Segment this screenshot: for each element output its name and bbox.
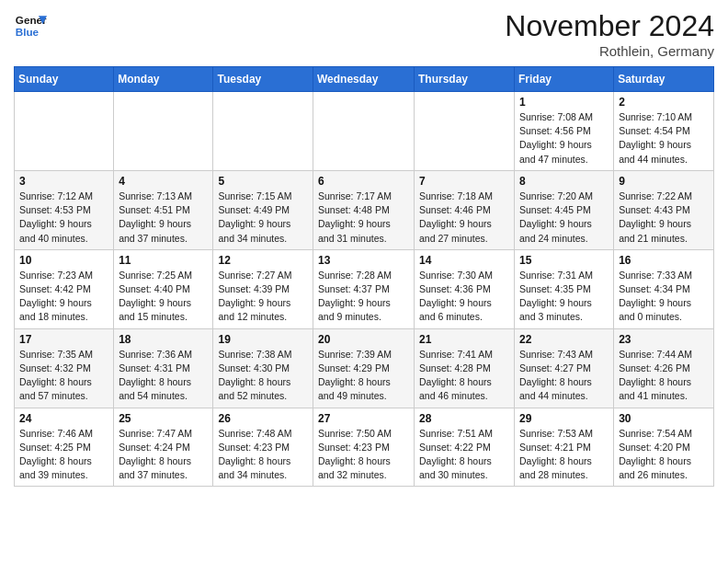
calendar-cell: 24Sunrise: 7:46 AM Sunset: 4:25 PM Dayli… bbox=[15, 408, 114, 487]
calendar-cell: 26Sunrise: 7:48 AM Sunset: 4:23 PM Dayli… bbox=[213, 408, 313, 487]
calendar-cell: 12Sunrise: 7:27 AM Sunset: 4:39 PM Dayli… bbox=[213, 249, 313, 328]
calendar-cell: 16Sunrise: 7:33 AM Sunset: 4:34 PM Dayli… bbox=[614, 249, 714, 328]
day-number: 13 bbox=[318, 254, 409, 267]
weekday-header-saturday: Saturday bbox=[614, 67, 714, 92]
day-info: Sunrise: 7:39 AM Sunset: 4:29 PM Dayligh… bbox=[318, 348, 409, 404]
day-number: 30 bbox=[619, 412, 709, 425]
day-number: 27 bbox=[318, 412, 409, 425]
day-info: Sunrise: 7:46 AM Sunset: 4:25 PM Dayligh… bbox=[19, 427, 108, 483]
day-info: Sunrise: 7:43 AM Sunset: 4:27 PM Dayligh… bbox=[519, 348, 609, 404]
day-number: 10 bbox=[19, 254, 108, 267]
day-info: Sunrise: 7:08 AM Sunset: 4:56 PM Dayligh… bbox=[519, 110, 609, 167]
location: Rothlein, Germany bbox=[505, 43, 714, 59]
day-info: Sunrise: 7:12 AM Sunset: 4:53 PM Dayligh… bbox=[19, 190, 108, 246]
day-number: 11 bbox=[119, 254, 208, 267]
calendar-week-2: 3Sunrise: 7:12 AM Sunset: 4:53 PM Daylig… bbox=[15, 170, 714, 249]
calendar-cell: 5Sunrise: 7:15 AM Sunset: 4:49 PM Daylig… bbox=[213, 170, 313, 249]
calendar-cell: 4Sunrise: 7:13 AM Sunset: 4:51 PM Daylig… bbox=[114, 170, 213, 249]
day-number: 25 bbox=[119, 412, 208, 425]
calendar-week-3: 10Sunrise: 7:23 AM Sunset: 4:42 PM Dayli… bbox=[15, 249, 714, 328]
weekday-header-sunday: Sunday bbox=[15, 67, 114, 92]
calendar-cell: 21Sunrise: 7:41 AM Sunset: 4:28 PM Dayli… bbox=[415, 328, 515, 408]
day-info: Sunrise: 7:33 AM Sunset: 4:34 PM Dayligh… bbox=[619, 269, 709, 325]
calendar-cell: 28Sunrise: 7:51 AM Sunset: 4:22 PM Dayli… bbox=[415, 408, 515, 487]
calendar-cell: 19Sunrise: 7:38 AM Sunset: 4:30 PM Dayli… bbox=[213, 328, 313, 408]
day-info: Sunrise: 7:35 AM Sunset: 4:32 PM Dayligh… bbox=[19, 348, 108, 404]
day-info: Sunrise: 7:13 AM Sunset: 4:51 PM Dayligh… bbox=[119, 190, 208, 246]
calendar-cell: 2Sunrise: 7:10 AM Sunset: 4:54 PM Daylig… bbox=[614, 92, 714, 171]
calendar-cell bbox=[213, 92, 313, 171]
logo: General Blue bbox=[14, 9, 47, 42]
calendar-cell: 3Sunrise: 7:12 AM Sunset: 4:53 PM Daylig… bbox=[15, 170, 114, 249]
day-number: 3 bbox=[19, 175, 108, 188]
calendar-cell: 10Sunrise: 7:23 AM Sunset: 4:42 PM Dayli… bbox=[15, 249, 114, 328]
day-number: 20 bbox=[318, 333, 409, 346]
weekday-header-tuesday: Tuesday bbox=[213, 67, 313, 92]
day-number: 29 bbox=[519, 412, 609, 425]
day-info: Sunrise: 7:54 AM Sunset: 4:20 PM Dayligh… bbox=[619, 427, 709, 483]
calendar-cell: 6Sunrise: 7:17 AM Sunset: 4:48 PM Daylig… bbox=[313, 170, 415, 249]
calendar-body: 1Sunrise: 7:08 AM Sunset: 4:56 PM Daylig… bbox=[15, 92, 714, 487]
calendar-cell: 7Sunrise: 7:18 AM Sunset: 4:46 PM Daylig… bbox=[415, 170, 515, 249]
day-info: Sunrise: 7:25 AM Sunset: 4:40 PM Dayligh… bbox=[119, 269, 208, 325]
calendar-week-5: 24Sunrise: 7:46 AM Sunset: 4:25 PM Dayli… bbox=[15, 408, 714, 487]
calendar-cell bbox=[114, 92, 213, 171]
day-info: Sunrise: 7:47 AM Sunset: 4:24 PM Dayligh… bbox=[119, 427, 208, 483]
day-number: 9 bbox=[619, 175, 709, 188]
weekday-header-wednesday: Wednesday bbox=[313, 67, 415, 92]
day-info: Sunrise: 7:30 AM Sunset: 4:36 PM Dayligh… bbox=[419, 269, 509, 325]
day-info: Sunrise: 7:50 AM Sunset: 4:23 PM Dayligh… bbox=[318, 427, 409, 483]
day-number: 28 bbox=[419, 412, 509, 425]
day-number: 5 bbox=[218, 175, 308, 188]
weekday-header-thursday: Thursday bbox=[415, 67, 515, 92]
header: General Blue November 2024 Rothlein, Ger… bbox=[14, 9, 714, 59]
calendar-cell: 1Sunrise: 7:08 AM Sunset: 4:56 PM Daylig… bbox=[515, 92, 614, 171]
weekday-header-monday: Monday bbox=[114, 67, 213, 92]
day-info: Sunrise: 7:23 AM Sunset: 4:42 PM Dayligh… bbox=[19, 269, 108, 325]
day-number: 2 bbox=[619, 96, 709, 109]
day-number: 21 bbox=[419, 333, 509, 346]
calendar-cell: 25Sunrise: 7:47 AM Sunset: 4:24 PM Dayli… bbox=[114, 408, 213, 487]
day-number: 6 bbox=[318, 175, 409, 188]
day-number: 1 bbox=[519, 96, 609, 109]
calendar-cell: 11Sunrise: 7:25 AM Sunset: 4:40 PM Dayli… bbox=[114, 249, 213, 328]
calendar-week-1: 1Sunrise: 7:08 AM Sunset: 4:56 PM Daylig… bbox=[15, 92, 714, 171]
calendar-cell: 23Sunrise: 7:44 AM Sunset: 4:26 PM Dayli… bbox=[614, 328, 714, 408]
day-info: Sunrise: 7:18 AM Sunset: 4:46 PM Dayligh… bbox=[419, 190, 509, 246]
page: General Blue November 2024 Rothlein, Ger… bbox=[0, 0, 728, 563]
day-number: 16 bbox=[619, 254, 709, 267]
calendar-cell: 29Sunrise: 7:53 AM Sunset: 4:21 PM Dayli… bbox=[515, 408, 614, 487]
day-info: Sunrise: 7:53 AM Sunset: 4:21 PM Dayligh… bbox=[519, 427, 609, 483]
calendar-cell: 14Sunrise: 7:30 AM Sunset: 4:36 PM Dayli… bbox=[415, 249, 515, 328]
svg-text:Blue: Blue bbox=[16, 26, 40, 38]
day-number: 18 bbox=[119, 333, 208, 346]
day-info: Sunrise: 7:10 AM Sunset: 4:54 PM Dayligh… bbox=[619, 110, 709, 167]
day-info: Sunrise: 7:20 AM Sunset: 4:45 PM Dayligh… bbox=[519, 190, 609, 246]
day-number: 26 bbox=[218, 412, 308, 425]
logo-icon: General Blue bbox=[14, 9, 47, 42]
calendar-cell: 20Sunrise: 7:39 AM Sunset: 4:29 PM Dayli… bbox=[313, 328, 415, 408]
calendar-cell bbox=[415, 92, 515, 171]
calendar-cell bbox=[313, 92, 415, 171]
day-info: Sunrise: 7:17 AM Sunset: 4:48 PM Dayligh… bbox=[318, 190, 409, 246]
calendar-cell: 22Sunrise: 7:43 AM Sunset: 4:27 PM Dayli… bbox=[515, 328, 614, 408]
calendar-week-4: 17Sunrise: 7:35 AM Sunset: 4:32 PM Dayli… bbox=[15, 328, 714, 408]
day-number: 8 bbox=[519, 175, 609, 188]
day-info: Sunrise: 7:15 AM Sunset: 4:49 PM Dayligh… bbox=[218, 190, 308, 246]
day-number: 15 bbox=[519, 254, 609, 267]
day-number: 4 bbox=[119, 175, 208, 188]
calendar-cell: 15Sunrise: 7:31 AM Sunset: 4:35 PM Dayli… bbox=[515, 249, 614, 328]
calendar-cell: 8Sunrise: 7:20 AM Sunset: 4:45 PM Daylig… bbox=[515, 170, 614, 249]
day-info: Sunrise: 7:36 AM Sunset: 4:31 PM Dayligh… bbox=[119, 348, 208, 404]
day-number: 7 bbox=[419, 175, 509, 188]
day-info: Sunrise: 7:51 AM Sunset: 4:22 PM Dayligh… bbox=[419, 427, 509, 483]
calendar-cell bbox=[15, 92, 114, 171]
day-info: Sunrise: 7:44 AM Sunset: 4:26 PM Dayligh… bbox=[619, 348, 709, 404]
calendar-cell: 18Sunrise: 7:36 AM Sunset: 4:31 PM Dayli… bbox=[114, 328, 213, 408]
calendar-cell: 9Sunrise: 7:22 AM Sunset: 4:43 PM Daylig… bbox=[614, 170, 714, 249]
calendar-cell: 27Sunrise: 7:50 AM Sunset: 4:23 PM Dayli… bbox=[313, 408, 415, 487]
calendar-cell: 13Sunrise: 7:28 AM Sunset: 4:37 PM Dayli… bbox=[313, 249, 415, 328]
day-info: Sunrise: 7:48 AM Sunset: 4:23 PM Dayligh… bbox=[218, 427, 308, 483]
day-info: Sunrise: 7:31 AM Sunset: 4:35 PM Dayligh… bbox=[519, 269, 609, 325]
day-info: Sunrise: 7:27 AM Sunset: 4:39 PM Dayligh… bbox=[218, 269, 308, 325]
